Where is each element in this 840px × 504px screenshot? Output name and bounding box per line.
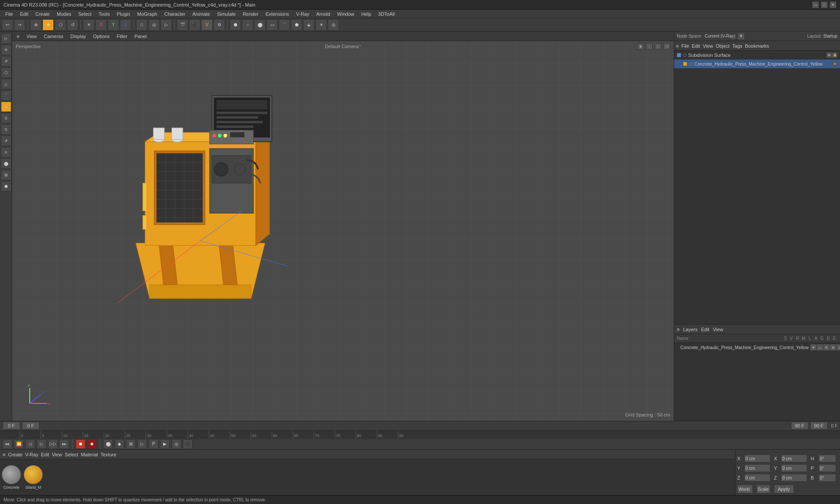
coord-z-rot[interactable]: [781, 474, 807, 482]
viewport-options-menu[interactable]: Options: [91, 34, 112, 39]
obj-vis-btn-machine[interactable]: 👁: [832, 61, 837, 66]
mat-menu-create[interactable]: Create: [8, 452, 22, 457]
mat-menu-select[interactable]: Select: [65, 452, 78, 457]
vray-render-button[interactable]: V: [201, 19, 213, 31]
viewport[interactable]: ⊕ ↓ □ ⬡ Perspective Default Camera⁺ Grid…: [12, 41, 674, 421]
layer-btn-2[interactable]: —: [817, 344, 823, 350]
layers-menu-edit[interactable]: Edit: [701, 327, 709, 332]
x-axis-button[interactable]: X: [95, 19, 107, 31]
z-axis-button[interactable]: Z: [120, 19, 131, 31]
menu-modes[interactable]: Modes: [53, 10, 75, 18]
viewport-icon-2[interactable]: ↓: [646, 43, 653, 50]
obj-lock-btn-subdivision[interactable]: 🔒: [832, 52, 837, 58]
camera-button[interactable]: ▷: [161, 19, 172, 31]
live-selection-button[interactable]: ⊕: [30, 19, 42, 31]
viewport-panel-menu[interactable]: Panel: [133, 34, 148, 39]
menu-render[interactable]: Render: [239, 10, 262, 18]
render-view-button[interactable]: ✕: [83, 19, 94, 31]
mat-menu-icon[interactable]: ≡: [3, 452, 5, 457]
object-mode-button[interactable]: □: [136, 19, 147, 31]
param-button[interactable]: P: [149, 439, 158, 449]
tool-select[interactable]: ▷: [1, 33, 11, 44]
menu-animate[interactable]: Animate: [189, 10, 214, 18]
menu-simulate[interactable]: Simulate: [214, 10, 239, 18]
layer-btn-3[interactable]: R: [823, 344, 830, 350]
keyframe-button[interactable]: ◆: [115, 439, 124, 449]
jump-to-end-button[interactable]: ⏭: [60, 439, 69, 449]
play-button[interactable]: ▷: [37, 439, 46, 449]
obj-subdivision-surface[interactable]: ⬡ Subdivision Surface 👁 🔒: [674, 51, 840, 60]
layers-menu-view[interactable]: View: [713, 327, 723, 332]
mat-menu-view[interactable]: View: [52, 452, 62, 457]
maximize-button[interactable]: □: [821, 1, 828, 8]
close-button[interactable]: ✕: [830, 1, 836, 8]
viewport-filter-menu[interactable]: Filter: [115, 34, 129, 39]
mat-menu-edit[interactable]: Edit: [41, 452, 49, 457]
undo-button[interactable]: ↩: [2, 19, 13, 31]
tool-bend[interactable]: ↺: [1, 136, 11, 146]
tool-circle[interactable]: ⬤: [1, 158, 11, 169]
deformer-button[interactable]: ⬙: [303, 19, 315, 31]
layers-menu-icon[interactable]: ≡: [677, 327, 679, 332]
move-button[interactable]: ✛: [42, 19, 54, 31]
viewport-display-menu[interactable]: Display: [69, 34, 88, 39]
rotate-button[interactable]: ↺: [67, 19, 78, 31]
obj-menu-icon[interactable]: ≡: [676, 43, 679, 49]
timeline-button[interactable]: ⊞: [126, 439, 136, 449]
mat-menu-material[interactable]: Material: [81, 452, 98, 457]
obj-menu-view[interactable]: View: [703, 43, 713, 49]
extra-button-2[interactable]: ⬛: [183, 439, 192, 449]
coord-h-val[interactable]: [819, 455, 836, 462]
viewport-cameras-menu[interactable]: Cameras: [42, 34, 65, 39]
menu-file[interactable]: File: [2, 10, 17, 18]
coord-z-pos[interactable]: [744, 474, 770, 482]
max-frame-input-2[interactable]: [810, 422, 828, 430]
layer-btn-4[interactable]: M: [830, 344, 836, 350]
tool-lines[interactable]: ≡: [1, 147, 11, 158]
layer-btn-1[interactable]: 👁: [810, 344, 816, 350]
viewport-view-menu[interactable]: View: [24, 34, 38, 39]
spline-button[interactable]: ⌒: [279, 19, 290, 31]
light-button[interactable]: ☀: [315, 19, 327, 31]
tool-edge[interactable]: ⌒: [1, 90, 11, 101]
menu-character[interactable]: Character: [161, 10, 189, 18]
material-stand[interactable]: Stand_M: [24, 465, 43, 490]
menu-vray[interactable]: V-Ray: [293, 10, 313, 18]
mat-menu-vray[interactable]: V-Ray: [25, 452, 38, 457]
minimize-button[interactable]: —: [812, 1, 819, 8]
viewport-icon-1[interactable]: ⊕: [637, 43, 644, 50]
menu-extensions[interactable]: Extensions: [262, 10, 293, 18]
tool-hex[interactable]: ⬢: [1, 181, 11, 192]
layer-btn-5[interactable]: L: [836, 344, 840, 350]
null-button[interactable]: ◎: [148, 19, 160, 31]
menu-select[interactable]: Select: [75, 10, 95, 18]
coord-x-pos[interactable]: [744, 455, 770, 462]
viewport-icon-4[interactable]: ⬡: [663, 43, 670, 50]
target-button[interactable]: ◎: [328, 19, 339, 31]
tool-move[interactable]: ✛: [1, 45, 11, 55]
coord-y-pos[interactable]: [744, 464, 770, 472]
render-queue-button[interactable]: ⬛: [189, 19, 200, 31]
sweep-button[interactable]: ⬟: [291, 19, 302, 31]
world-dropdown[interactable]: World Object Parent: [737, 485, 753, 494]
node-space-dropdown[interactable]: ▼: [738, 33, 744, 39]
menu-plugin[interactable]: Plugin: [113, 10, 134, 18]
settings-button[interactable]: ⚙: [214, 19, 225, 31]
layers-menu-layers[interactable]: Layers: [683, 327, 697, 332]
tool-s3[interactable]: S: [1, 124, 11, 135]
menu-help[interactable]: Help: [358, 10, 375, 18]
extra-button-1[interactable]: ◎: [172, 439, 181, 449]
y-axis-button[interactable]: Y: [108, 19, 119, 31]
start-frame-input[interactable]: [3, 422, 20, 430]
menu-tools[interactable]: Tools: [95, 10, 113, 18]
menu-3dtoall[interactable]: 3DToAll: [374, 10, 398, 18]
prev-frame-button[interactable]: ⏪: [14, 439, 24, 449]
material-concrete[interactable]: Concrete: [2, 465, 21, 490]
play-mode-button[interactable]: ⬤: [103, 439, 113, 449]
plane-button[interactable]: ▭: [266, 19, 278, 31]
coord-b-val[interactable]: [819, 474, 836, 482]
tool-s1[interactable]: S: [1, 102, 11, 112]
tool-rotate[interactable]: ↺: [1, 56, 11, 66]
cylinder-button[interactable]: ⬤: [254, 19, 266, 31]
mat-menu-texture[interactable]: Texture: [101, 452, 116, 457]
